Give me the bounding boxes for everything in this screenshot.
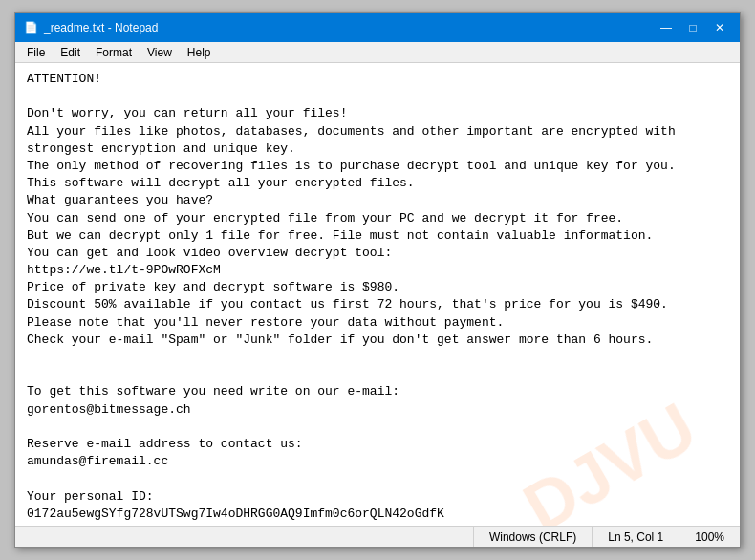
status-zoom: 100% [679,527,740,547]
window-controls: — □ ✕ [654,18,732,37]
status-bar: Windows (CRLF) Ln 5, Col 1 100% [15,526,740,547]
close-button[interactable]: ✕ [707,18,732,37]
content-area: ATTENTION! Don't worry, you can return a… [15,63,740,526]
maximize-button[interactable]: □ [680,18,705,37]
menu-view[interactable]: View [140,44,180,61]
text-editor[interactable]: ATTENTION! Don't worry, you can return a… [15,63,740,526]
status-encoding: Windows (CRLF) [473,527,592,547]
menu-edit[interactable]: Edit [53,44,88,61]
app-icon: 📄 [23,20,38,35]
menu-file[interactable]: File [19,44,53,61]
menu-help[interactable]: Help [180,44,219,61]
menu-format[interactable]: Format [88,44,140,61]
window-title: _readme.txt - Notepad [44,21,654,34]
status-line-col: Ln 5, Col 1 [592,527,679,547]
menu-bar: File Edit Format View Help [15,42,740,63]
minimize-button[interactable]: — [654,18,679,37]
notepad-window: 📄 _readme.txt - Notepad — □ ✕ File Edit … [14,12,741,548]
title-bar: 📄 _readme.txt - Notepad — □ ✕ [15,13,740,42]
